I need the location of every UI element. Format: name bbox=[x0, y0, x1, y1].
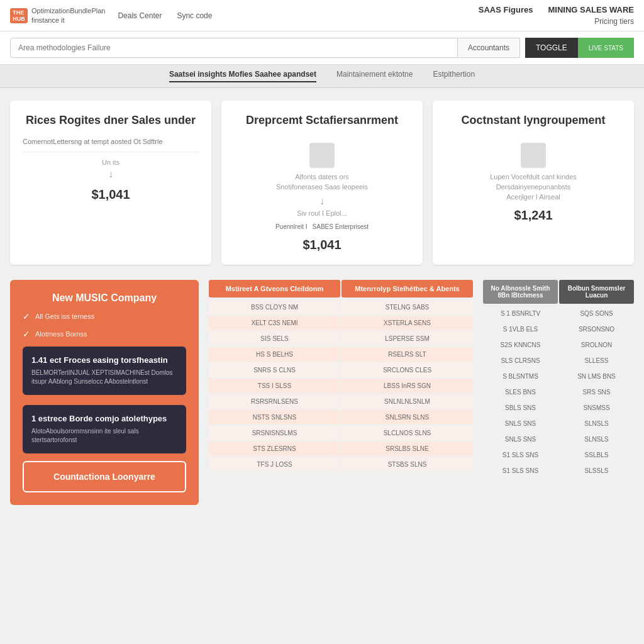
card-dept-cta1: Puennlreit I bbox=[275, 223, 308, 230]
mid-table-row: SIS SELSLSPERSE SSM bbox=[209, 331, 473, 346]
logo-text: THEHUB bbox=[13, 9, 25, 22]
right-table-cell: SRSONSNO bbox=[559, 322, 634, 336]
mid-table-cell: STSBS SLNS bbox=[341, 457, 473, 472]
mid-table-rows: BSS CLOYS NMSTELNG SABSXELT C3S NEMIXSTE… bbox=[209, 300, 473, 472]
right-table-cell: SN LMS BNS bbox=[559, 369, 634, 384]
mid-table-row: STS ZLESRNSSRSLBS SLNE bbox=[209, 441, 473, 456]
mid-table-cell: SRCLONS CLES bbox=[341, 363, 473, 377]
mid-table-cell: SNLNLNLSNLM bbox=[341, 394, 473, 409]
mid-table-cell: TSS I SLSS bbox=[209, 379, 340, 393]
left-panel: New MUSIC Company ✓ All Gets iss terness… bbox=[10, 280, 199, 505]
card-dept-label2: Snotifoneraseo Saas leopeeis bbox=[276, 183, 368, 191]
logo-area: THEHUB OptimizationBundlePlan finstance … bbox=[10, 6, 105, 25]
mid-table-cell: SNLSRN SLNS bbox=[341, 410, 473, 425]
right-table-cell: SLLESS bbox=[559, 353, 634, 368]
cards-row: Rices Rogites dner Sales under ComernotL… bbox=[10, 101, 634, 265]
mid-header-col2: Mtenrrolyp Stelhétbec & Abents bbox=[341, 280, 473, 297]
dark-card1: 1.41 ect Froces easing torsfheastin BELM… bbox=[23, 347, 186, 395]
subnav-item2[interactable]: Maintainement ektotne bbox=[336, 70, 413, 82]
right-table: No Albnossle Smith 8Bn lBtchmess Bolbun … bbox=[483, 280, 634, 505]
left-panel-title: New MUSIC Company bbox=[23, 292, 186, 304]
right-table-cell: SLNSLS bbox=[559, 416, 634, 431]
right-table-cell: SLSSLS bbox=[559, 464, 634, 478]
mid-table-cell: LBSS InRS SGN bbox=[341, 379, 473, 393]
logo-icon: THEHUB bbox=[10, 8, 28, 23]
card-contract-title: Coctnstant lyngroupement bbox=[445, 113, 621, 128]
panel-text1: All Gets iss terness bbox=[35, 313, 94, 320]
header-left: THEHUB OptimizationBundlePlan finstance … bbox=[10, 6, 212, 25]
right-table-cell: SLS CLRSNS bbox=[483, 353, 558, 368]
right-table-cell: S1 SLS SNS bbox=[483, 448, 558, 462]
panel-text2: Alotmess Bornss bbox=[35, 330, 87, 338]
right-table-cell: SROLNON bbox=[559, 338, 634, 352]
mid-table-cell: SRSNISNSLMS bbox=[209, 426, 340, 440]
right-table-cell: SBLS SNS bbox=[483, 401, 558, 415]
mid-table-cell: STELNG SABS bbox=[341, 300, 473, 314]
card-dept-image bbox=[309, 143, 335, 168]
mid-table-row: TSS I SLSSLBSS InRS SGN bbox=[209, 379, 473, 393]
right-header-col2: Bolbun Snmomsler Luacun bbox=[559, 280, 634, 304]
search-button[interactable]: Accountants bbox=[458, 38, 520, 58]
right-table-row: SNLS SNSSLNSLS bbox=[483, 416, 634, 431]
tab-toggle: TOGGLE LIVE STATS bbox=[525, 38, 634, 58]
mid-table-cell: SIS SELS bbox=[209, 331, 340, 346]
checkmark-icon2: ✓ bbox=[23, 329, 30, 339]
card-sales-value: Un its bbox=[23, 158, 199, 166]
brand-line2: finstance it bbox=[31, 16, 105, 25]
mid-table-cell: XELT C3S NEMI bbox=[209, 316, 340, 330]
mid-table-cell: HS S BELHS bbox=[209, 347, 340, 362]
mid-header-col1: Mstireet A Gtveons Cleildonm bbox=[209, 280, 340, 297]
mid-table-cell: RSELRS SLT bbox=[341, 347, 473, 362]
search-input[interactable] bbox=[10, 38, 458, 58]
nav-sync[interactable]: Sync code bbox=[177, 11, 212, 20]
mid-table-row: BSS CLOYS NMSTELNG SABS bbox=[209, 300, 473, 314]
dark-card1-title: 1.41 ect Froces easing torsfheastin bbox=[31, 355, 177, 365]
tab-livestats-btn[interactable]: LIVE STATS bbox=[578, 38, 634, 58]
panel-item1: ✓ All Gets iss terness bbox=[23, 311, 186, 321]
sub-nav: Saatsei insights Mofies Saahee apandset … bbox=[0, 65, 644, 88]
mid-table-cell: BSS CLOYS NM bbox=[209, 300, 340, 314]
right-table-cell: SQS SONS bbox=[559, 306, 634, 321]
card-contract-image bbox=[521, 143, 546, 168]
subnav-item3[interactable]: Estpithertion bbox=[433, 70, 475, 82]
mid-table-cell: SRSLBS SLNE bbox=[341, 441, 473, 456]
right-table-row: S 1VLB ELSSRSONSNO bbox=[483, 322, 634, 336]
header: THEHUB OptimizationBundlePlan finstance … bbox=[0, 0, 644, 31]
card-contract-center: Lupen Vocefdult cant kindes Dersdainyene… bbox=[445, 138, 621, 201]
arrow-down-icon: ↓ bbox=[23, 169, 199, 180]
header-right: SAAS Figures MINING SALES WARE Pricing t… bbox=[479, 5, 634, 26]
card-sales: Rices Rogites dner Sales under ComernotL… bbox=[10, 101, 211, 265]
checkmark-icon1: ✓ bbox=[23, 311, 30, 321]
card-dept-price: $1,041 bbox=[234, 238, 410, 252]
card-dept-sub: Siv roul I Eplol... bbox=[297, 209, 347, 217]
subnav-item1[interactable]: Saatsei insights Mofies Saahee apandset bbox=[169, 70, 316, 82]
mid-table-row: SRSNISNSLMSSLCLNOS SLNS bbox=[209, 426, 473, 440]
mid-table-row: HS S BELHSRSELRS SLT bbox=[209, 347, 473, 362]
dark-card2-title: 1 estrece Borde comjo atolethypes bbox=[31, 414, 177, 423]
bottom-row: New MUSIC Company ✓ All Gets iss terness… bbox=[10, 280, 634, 505]
card-dept-cta2: SABES Enterprisest bbox=[313, 223, 369, 230]
right-table-row: SNLS SNSSLNSLS bbox=[483, 432, 634, 447]
card-contract-price: $1,241 bbox=[445, 208, 621, 223]
mid-table-row: XELT C3S NEMIXSTERLA SENS bbox=[209, 316, 473, 330]
right-table-rows: S 1 BSNRLTVSQS SONSS 1VLB ELSSRSONSNOS2S… bbox=[483, 306, 634, 478]
tab-toggle-btn[interactable]: TOGGLE bbox=[525, 38, 578, 58]
header-pricing: Pricing tiers bbox=[594, 17, 634, 26]
right-table-cell: S 1VLB ELS bbox=[483, 322, 558, 336]
right-table-cell: SSLBLS bbox=[559, 448, 634, 462]
nav-links: Deals Center Sync code bbox=[118, 11, 212, 20]
nav-deals[interactable]: Deals Center bbox=[118, 11, 162, 20]
right-table-row: S1 SLS SNSSSLBLS bbox=[483, 448, 634, 462]
card-sales-content: ComernotLettersng at tempt aosted Ot Sdf… bbox=[23, 138, 199, 145]
mid-table-cell: NSTS SNLSNS bbox=[209, 410, 340, 425]
card-sales-title: Rices Rogites dner Sales under bbox=[23, 113, 199, 128]
mid-table-row: NSTS SNLSNSSNLSRN SLNS bbox=[209, 410, 473, 425]
right-table-header: No Albnossle Smith 8Bn lBtchmess Bolbun … bbox=[483, 280, 634, 304]
mid-table-cell: SLCLNOS SLNS bbox=[341, 426, 473, 440]
right-table-row: S2S KNNCNSSROLNON bbox=[483, 338, 634, 352]
arrow-center-icon: ↓ bbox=[319, 196, 325, 207]
right-table-row: S 1 BSNRLTVSQS SONS bbox=[483, 306, 634, 321]
dark-card2-text: AlotoAboulsorommsnsinn ite sleul sals st… bbox=[31, 427, 177, 445]
right-table-row: S1 SLS SNSSLSSLS bbox=[483, 464, 634, 478]
contact-button[interactable]: Countactiona Loonyarre bbox=[23, 461, 186, 492]
